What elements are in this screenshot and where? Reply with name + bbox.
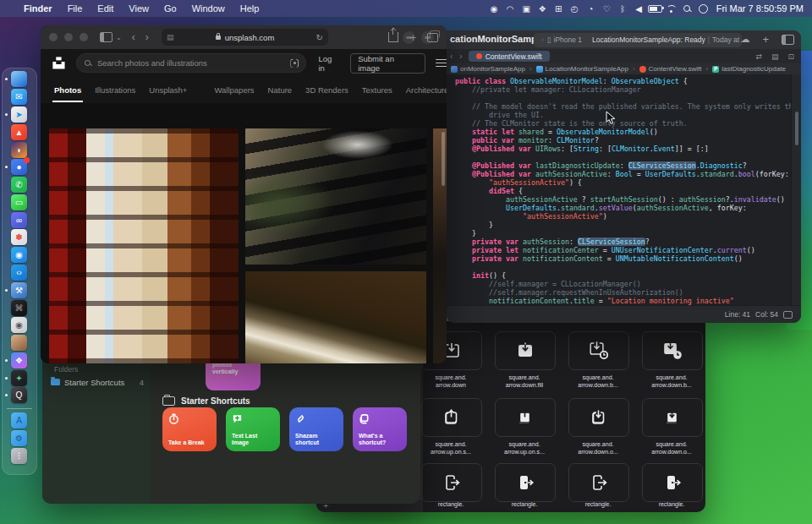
menu-go[interactable]: Go bbox=[164, 3, 177, 14]
nav-unsplash-[interactable]: Unsplash+ bbox=[149, 85, 187, 95]
xcode-run-destination[interactable]: iPhone 1 bbox=[554, 35, 583, 44]
dock-item-utilities-folder[interactable]: ⚙ bbox=[11, 430, 28, 447]
back-icon[interactable]: ‹ bbox=[132, 31, 135, 43]
menu-window[interactable]: Window bbox=[192, 3, 225, 14]
xcode-scheme-selector[interactable]: › ▯ iPhone 1 LocationMonitorSampleApp: R… bbox=[534, 33, 742, 47]
shortcut-card-whats[interactable]: What's a shortcut? bbox=[353, 407, 407, 451]
fast-user-switch-icon[interactable] bbox=[695, 0, 711, 17]
photo-aerial-beach[interactable]: ⌁ bbox=[245, 271, 426, 363]
close-button[interactable] bbox=[49, 33, 58, 41]
address-bar[interactable]: ▤ unsplash.com ↻ bbox=[162, 29, 328, 46]
editor-scrollbar-track[interactable] bbox=[791, 74, 801, 306]
forward-chevron-icon[interactable]: › bbox=[459, 52, 462, 61]
dock-item-safari[interactable]: ➤ bbox=[11, 106, 28, 123]
cloud-icon[interactable]: ☁ bbox=[740, 34, 749, 45]
box-app-icon[interactable]: ▣ bbox=[518, 0, 535, 17]
shortcut-card-shazam[interactable]: Shazam shortcut bbox=[289, 407, 343, 451]
search-input[interactable]: Search photos and illustrations bbox=[76, 53, 307, 73]
xcode-code-editor[interactable]: public class ObservableMonitorModel: Obs… bbox=[447, 74, 801, 306]
shortcut-card-text[interactable]: Text Last Image bbox=[226, 407, 280, 451]
device-preview-icon[interactable] bbox=[783, 311, 793, 319]
symbol-cell-sq-down-fill[interactable] bbox=[495, 331, 556, 370]
symbol-cell-rect-right-out[interactable] bbox=[421, 463, 482, 502]
editor-options-icon[interactable]: ⊡ bbox=[787, 52, 794, 61]
dock-item-terminal[interactable]: ⌘ bbox=[11, 300, 28, 317]
menu-file[interactable]: File bbox=[68, 3, 83, 14]
menu-finder[interactable]: Finder bbox=[24, 3, 52, 14]
safari-toolbar[interactable]: ⌄ ‹ › ▤ unsplash.com ↻ + bbox=[41, 25, 447, 49]
dock-item-mail[interactable]: ✉ bbox=[11, 89, 28, 106]
minimap-icon[interactable]: ▤ bbox=[771, 52, 779, 61]
dock-item-maps[interactable]: ◉ bbox=[11, 247, 28, 264]
sidebar-toggle-icon[interactable] bbox=[100, 32, 112, 42]
share-icon[interactable] bbox=[388, 32, 398, 42]
xcode-titlebar[interactable]: cationMonitorSampleApp › ▯ iPhone 1 Loca… bbox=[447, 30, 801, 49]
dock-item-firefox[interactable]: ◗ bbox=[11, 142, 28, 159]
dock-item-xcode[interactable]: ⚒ bbox=[11, 282, 28, 299]
health-app-icon[interactable]: ♡ bbox=[599, 0, 615, 17]
tab-overview-icon[interactable] bbox=[427, 33, 438, 42]
nav-architecture-inte[interactable]: Architecture & Inte bbox=[406, 85, 447, 95]
reader-icon[interactable]: ▤ bbox=[167, 33, 174, 41]
symbol-cell-sq-down-clock-fill[interactable] bbox=[642, 331, 703, 370]
menu-bar-clock[interactable]: Fri Mar 7 8:50:59 PM bbox=[716, 3, 804, 14]
dock-item-applications-folder[interactable]: A bbox=[11, 412, 28, 429]
minimize-button[interactable] bbox=[64, 33, 73, 41]
dock-item-whatsapp[interactable]: ✆ bbox=[11, 177, 28, 194]
symbol-cell-rect-right-fill[interactable] bbox=[495, 463, 556, 502]
nav-illustrations[interactable]: Illustrations bbox=[95, 85, 135, 95]
reload-icon[interactable]: ↻ bbox=[316, 33, 323, 42]
nav-nature[interactable]: Nature bbox=[268, 85, 293, 95]
stage-manager-icon[interactable]: ◠ bbox=[502, 0, 518, 17]
nav-wallpapers[interactable]: Wallpapers bbox=[214, 85, 254, 95]
time-machine-icon[interactable]: ◔ bbox=[583, 0, 599, 17]
dock-item-signal[interactable]: ● bbox=[11, 159, 28, 176]
dock-item-portrait-app[interactable] bbox=[11, 335, 28, 352]
menu-view[interactable]: View bbox=[129, 3, 149, 14]
photo-wooden-clogs[interactable] bbox=[49, 128, 239, 363]
swap-editors-icon[interactable]: ⇄ bbox=[755, 52, 762, 61]
symbol-cell-sq-down-on-fill[interactable] bbox=[642, 398, 703, 437]
page-scrollbar-thumb[interactable] bbox=[442, 132, 445, 186]
symbol-cell-rect-right-fill[interactable] bbox=[642, 463, 703, 502]
dock-item-messages[interactable]: ▭ bbox=[11, 194, 28, 211]
screen-record-icon[interactable]: ◉ bbox=[486, 0, 502, 17]
dock-item-design-app[interactable]: ✦ bbox=[11, 370, 28, 387]
dock-item-shortcuts[interactable]: ❖ bbox=[11, 352, 28, 369]
grid-app-icon[interactable]: ⊞ bbox=[551, 0, 567, 17]
add-item-icon[interactable]: + bbox=[762, 33, 769, 46]
nav-3d-renders[interactable]: 3D Renders bbox=[305, 85, 348, 95]
nav-textures[interactable]: Textures bbox=[362, 85, 392, 95]
nav-photos[interactable]: Photos bbox=[54, 85, 81, 95]
forward-icon[interactable]: › bbox=[145, 31, 149, 43]
photo-bicycle-stairs[interactable] bbox=[245, 128, 426, 265]
bluetooth-icon[interactable]: ᛒ bbox=[615, 0, 631, 17]
symbol-cell-sq-down-clock-out[interactable] bbox=[568, 331, 629, 370]
volume-icon[interactable]: ◀ bbox=[631, 0, 647, 17]
breadcrumb-swift[interactable]: ContentView.swift bbox=[639, 65, 702, 73]
shortcut-card-take[interactable]: Take a Break bbox=[162, 407, 217, 451]
symbol-cell-sq-up-on-fill[interactable] bbox=[495, 398, 556, 437]
menu-edit[interactable]: Edit bbox=[97, 3, 113, 14]
dropbox-icon[interactable]: ❖ bbox=[535, 0, 551, 17]
dock-item-brave[interactable]: ▲ bbox=[11, 124, 28, 141]
dock-item-vscode[interactable]: ‹› bbox=[11, 265, 28, 281]
symbol-cell-sq-up-on-out[interactable] bbox=[421, 398, 482, 437]
login-link[interactable]: Log in bbox=[318, 54, 340, 73]
xcode-jump-bar[interactable]: onMonitorSampleApp› LocationMonitorSampl… bbox=[447, 63, 801, 75]
hamburger-menu-icon[interactable] bbox=[436, 59, 447, 68]
unsplash-logo[interactable] bbox=[51, 55, 67, 71]
dock-item-discord[interactable]: ∞ bbox=[11, 212, 28, 229]
zoom-button[interactable] bbox=[80, 33, 88, 41]
submit-image-button[interactable]: Submit an image bbox=[350, 53, 425, 74]
breadcrumb-app[interactable]: onMonitorSampleApp bbox=[451, 65, 525, 73]
wifi-icon[interactable] bbox=[663, 0, 679, 17]
back-chevron-icon[interactable]: ‹ bbox=[450, 52, 453, 61]
editor-scrollbar-thumb[interactable] bbox=[795, 112, 798, 145]
chevron-down-icon[interactable]: ⌄ bbox=[116, 34, 122, 41]
dock-item-photos[interactable]: ✽ bbox=[11, 229, 28, 246]
sidebar-item-starter-shortcuts[interactable]: Starter Shortcuts 4 bbox=[51, 375, 144, 389]
menu-help[interactable]: Help bbox=[240, 3, 260, 14]
dock-item-trash[interactable]: ᎒ bbox=[11, 448, 28, 465]
symbol-cell-sq-down-on-out[interactable] bbox=[568, 398, 629, 437]
